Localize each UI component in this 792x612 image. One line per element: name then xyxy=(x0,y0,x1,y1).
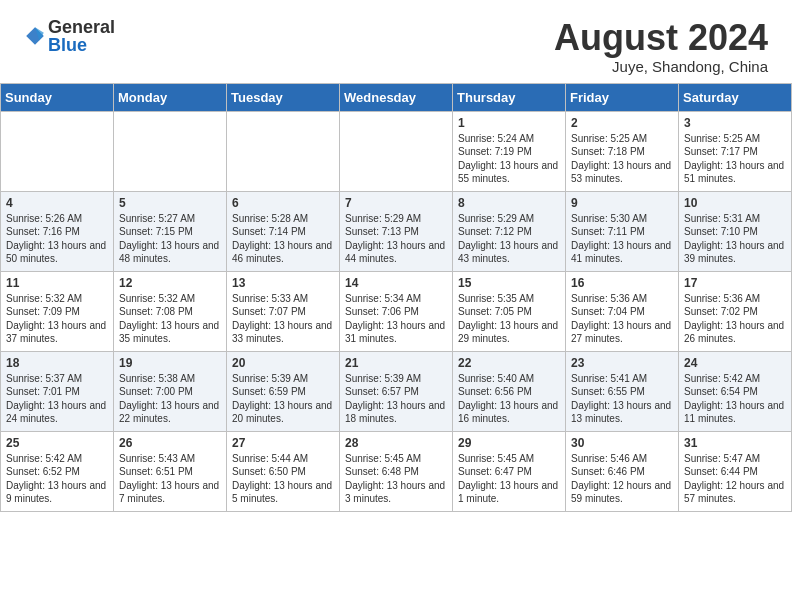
calendar-day-23: 23Sunrise: 5:41 AM Sunset: 6:55 PM Dayli… xyxy=(566,351,679,431)
weekday-header-monday: Monday xyxy=(114,83,227,111)
day-detail: Sunrise: 5:39 AM Sunset: 6:57 PM Dayligh… xyxy=(345,372,447,426)
day-number: 30 xyxy=(571,436,673,450)
day-detail: Sunrise: 5:32 AM Sunset: 7:08 PM Dayligh… xyxy=(119,292,221,346)
day-number: 1 xyxy=(458,116,560,130)
calendar-day-22: 22Sunrise: 5:40 AM Sunset: 6:56 PM Dayli… xyxy=(453,351,566,431)
day-number: 11 xyxy=(6,276,108,290)
weekday-header-row: SundayMondayTuesdayWednesdayThursdayFrid… xyxy=(1,83,792,111)
day-detail: Sunrise: 5:45 AM Sunset: 6:48 PM Dayligh… xyxy=(345,452,447,506)
day-number: 8 xyxy=(458,196,560,210)
calendar-day-16: 16Sunrise: 5:36 AM Sunset: 7:04 PM Dayli… xyxy=(566,271,679,351)
day-detail: Sunrise: 5:27 AM Sunset: 7:15 PM Dayligh… xyxy=(119,212,221,266)
calendar-day-14: 14Sunrise: 5:34 AM Sunset: 7:06 PM Dayli… xyxy=(340,271,453,351)
day-number: 20 xyxy=(232,356,334,370)
calendar-container: SundayMondayTuesdayWednesdayThursdayFrid… xyxy=(0,83,792,512)
day-number: 28 xyxy=(345,436,447,450)
day-detail: Sunrise: 5:36 AM Sunset: 7:04 PM Dayligh… xyxy=(571,292,673,346)
day-detail: Sunrise: 5:37 AM Sunset: 7:01 PM Dayligh… xyxy=(6,372,108,426)
page-header: General Blue August 2024 Juye, Shandong,… xyxy=(0,0,792,83)
calendar-day-13: 13Sunrise: 5:33 AM Sunset: 7:07 PM Dayli… xyxy=(227,271,340,351)
calendar-day-29: 29Sunrise: 5:45 AM Sunset: 6:47 PM Dayli… xyxy=(453,431,566,511)
day-detail: Sunrise: 5:31 AM Sunset: 7:10 PM Dayligh… xyxy=(684,212,786,266)
calendar-day-5: 5Sunrise: 5:27 AM Sunset: 7:15 PM Daylig… xyxy=(114,191,227,271)
calendar-week-row: 25Sunrise: 5:42 AM Sunset: 6:52 PM Dayli… xyxy=(1,431,792,511)
day-detail: Sunrise: 5:42 AM Sunset: 6:54 PM Dayligh… xyxy=(684,372,786,426)
day-number: 7 xyxy=(345,196,447,210)
day-detail: Sunrise: 5:30 AM Sunset: 7:11 PM Dayligh… xyxy=(571,212,673,266)
location-subtitle: Juye, Shandong, China xyxy=(554,58,768,75)
calendar-empty-cell xyxy=(227,111,340,191)
day-number: 5 xyxy=(119,196,221,210)
day-number: 12 xyxy=(119,276,221,290)
calendar-day-10: 10Sunrise: 5:31 AM Sunset: 7:10 PM Dayli… xyxy=(679,191,792,271)
calendar-day-6: 6Sunrise: 5:28 AM Sunset: 7:14 PM Daylig… xyxy=(227,191,340,271)
calendar-week-row: 1Sunrise: 5:24 AM Sunset: 7:19 PM Daylig… xyxy=(1,111,792,191)
day-detail: Sunrise: 5:32 AM Sunset: 7:09 PM Dayligh… xyxy=(6,292,108,346)
calendar-day-3: 3Sunrise: 5:25 AM Sunset: 7:17 PM Daylig… xyxy=(679,111,792,191)
day-detail: Sunrise: 5:35 AM Sunset: 7:05 PM Dayligh… xyxy=(458,292,560,346)
day-detail: Sunrise: 5:44 AM Sunset: 6:50 PM Dayligh… xyxy=(232,452,334,506)
day-detail: Sunrise: 5:43 AM Sunset: 6:51 PM Dayligh… xyxy=(119,452,221,506)
calendar-day-9: 9Sunrise: 5:30 AM Sunset: 7:11 PM Daylig… xyxy=(566,191,679,271)
day-number: 25 xyxy=(6,436,108,450)
weekday-header-wednesday: Wednesday xyxy=(340,83,453,111)
day-number: 26 xyxy=(119,436,221,450)
day-number: 16 xyxy=(571,276,673,290)
calendar-day-24: 24Sunrise: 5:42 AM Sunset: 6:54 PM Dayli… xyxy=(679,351,792,431)
calendar-day-15: 15Sunrise: 5:35 AM Sunset: 7:05 PM Dayli… xyxy=(453,271,566,351)
calendar-day-26: 26Sunrise: 5:43 AM Sunset: 6:51 PM Dayli… xyxy=(114,431,227,511)
day-detail: Sunrise: 5:24 AM Sunset: 7:19 PM Dayligh… xyxy=(458,132,560,186)
calendar-day-12: 12Sunrise: 5:32 AM Sunset: 7:08 PM Dayli… xyxy=(114,271,227,351)
weekday-header-friday: Friday xyxy=(566,83,679,111)
calendar-day-4: 4Sunrise: 5:26 AM Sunset: 7:16 PM Daylig… xyxy=(1,191,114,271)
day-number: 2 xyxy=(571,116,673,130)
calendar-empty-cell xyxy=(114,111,227,191)
day-detail: Sunrise: 5:34 AM Sunset: 7:06 PM Dayligh… xyxy=(345,292,447,346)
calendar-week-row: 18Sunrise: 5:37 AM Sunset: 7:01 PM Dayli… xyxy=(1,351,792,431)
day-detail: Sunrise: 5:29 AM Sunset: 7:13 PM Dayligh… xyxy=(345,212,447,266)
title-block: August 2024 Juye, Shandong, China xyxy=(554,18,768,75)
calendar-day-30: 30Sunrise: 5:46 AM Sunset: 6:46 PM Dayli… xyxy=(566,431,679,511)
calendar-week-row: 4Sunrise: 5:26 AM Sunset: 7:16 PM Daylig… xyxy=(1,191,792,271)
day-number: 31 xyxy=(684,436,786,450)
logo-blue: Blue xyxy=(48,36,115,54)
day-detail: Sunrise: 5:25 AM Sunset: 7:17 PM Dayligh… xyxy=(684,132,786,186)
day-number: 13 xyxy=(232,276,334,290)
day-number: 23 xyxy=(571,356,673,370)
calendar-day-11: 11Sunrise: 5:32 AM Sunset: 7:09 PM Dayli… xyxy=(1,271,114,351)
calendar-day-31: 31Sunrise: 5:47 AM Sunset: 6:44 PM Dayli… xyxy=(679,431,792,511)
logo-icon xyxy=(24,25,46,47)
calendar-day-19: 19Sunrise: 5:38 AM Sunset: 7:00 PM Dayli… xyxy=(114,351,227,431)
day-number: 10 xyxy=(684,196,786,210)
calendar-table: SundayMondayTuesdayWednesdayThursdayFrid… xyxy=(0,83,792,512)
logo-general: General xyxy=(48,18,115,36)
day-detail: Sunrise: 5:40 AM Sunset: 6:56 PM Dayligh… xyxy=(458,372,560,426)
day-number: 21 xyxy=(345,356,447,370)
day-detail: Sunrise: 5:42 AM Sunset: 6:52 PM Dayligh… xyxy=(6,452,108,506)
day-detail: Sunrise: 5:29 AM Sunset: 7:12 PM Dayligh… xyxy=(458,212,560,266)
day-number: 6 xyxy=(232,196,334,210)
logo-text: General Blue xyxy=(48,18,115,54)
day-number: 18 xyxy=(6,356,108,370)
calendar-day-1: 1Sunrise: 5:24 AM Sunset: 7:19 PM Daylig… xyxy=(453,111,566,191)
calendar-day-18: 18Sunrise: 5:37 AM Sunset: 7:01 PM Dayli… xyxy=(1,351,114,431)
calendar-day-27: 27Sunrise: 5:44 AM Sunset: 6:50 PM Dayli… xyxy=(227,431,340,511)
weekday-header-saturday: Saturday xyxy=(679,83,792,111)
day-number: 17 xyxy=(684,276,786,290)
calendar-empty-cell xyxy=(1,111,114,191)
calendar-day-21: 21Sunrise: 5:39 AM Sunset: 6:57 PM Dayli… xyxy=(340,351,453,431)
weekday-header-tuesday: Tuesday xyxy=(227,83,340,111)
day-number: 9 xyxy=(571,196,673,210)
day-detail: Sunrise: 5:46 AM Sunset: 6:46 PM Dayligh… xyxy=(571,452,673,506)
weekday-header-sunday: Sunday xyxy=(1,83,114,111)
day-detail: Sunrise: 5:26 AM Sunset: 7:16 PM Dayligh… xyxy=(6,212,108,266)
day-number: 24 xyxy=(684,356,786,370)
calendar-day-25: 25Sunrise: 5:42 AM Sunset: 6:52 PM Dayli… xyxy=(1,431,114,511)
calendar-day-20: 20Sunrise: 5:39 AM Sunset: 6:59 PM Dayli… xyxy=(227,351,340,431)
calendar-day-28: 28Sunrise: 5:45 AM Sunset: 6:48 PM Dayli… xyxy=(340,431,453,511)
day-detail: Sunrise: 5:38 AM Sunset: 7:00 PM Dayligh… xyxy=(119,372,221,426)
day-number: 19 xyxy=(119,356,221,370)
day-detail: Sunrise: 5:41 AM Sunset: 6:55 PM Dayligh… xyxy=(571,372,673,426)
day-number: 3 xyxy=(684,116,786,130)
day-detail: Sunrise: 5:39 AM Sunset: 6:59 PM Dayligh… xyxy=(232,372,334,426)
